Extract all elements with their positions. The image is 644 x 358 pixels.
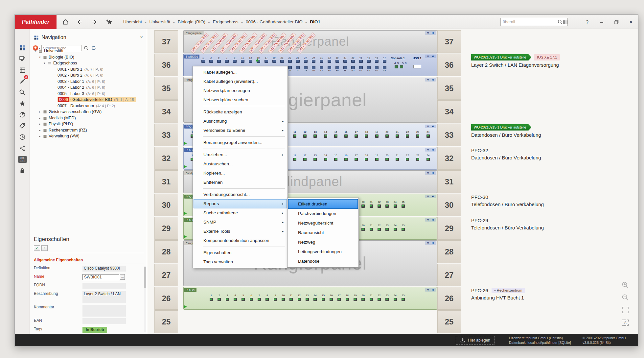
switch-port[interactable]: 42	[357, 66, 365, 72]
breadcrumb-item[interactable]: Biologie (BIO)	[170, 19, 205, 24]
switch-port[interactable]: 5	[215, 56, 223, 63]
patch-port[interactable]: 16	[343, 154, 349, 161]
toggle-labels-button[interactable]: A	[621, 318, 630, 327]
switch-port[interactable]: 37	[341, 56, 349, 63]
collapse-caret-icon[interactable]: ▸	[39, 122, 43, 126]
apply-button[interactable]: ✓	[34, 245, 40, 251]
minimize-button[interactable]	[596, 15, 607, 29]
patch-port[interactable]: 13	[312, 131, 318, 138]
patch-port[interactable]: 11	[288, 294, 294, 301]
tree-room-item[interactable]: 0006 - Gebäudeverteiler BIO (R: 1 | A: 1…	[30, 97, 147, 103]
drop-zone[interactable]: Hier ablegen	[456, 336, 494, 345]
statistics-button[interactable]	[15, 110, 30, 119]
submenu-item[interactable]: Raumansicht	[288, 228, 358, 237]
patch-port[interactable]: 1	[208, 294, 215, 301]
switch-port[interactable]: 48	[380, 66, 388, 72]
switch-port[interactable]: 32	[317, 66, 325, 72]
submenu-item[interactable]: Netzwegübersicht	[288, 218, 358, 228]
switch-port[interactable]: 35	[333, 56, 341, 63]
context-menu-item[interactable]: Tags verwalten	[194, 257, 287, 267]
submenu-item[interactable]: Netzweg	[288, 237, 358, 247]
context-menu-item[interactable]: Verbindungsübersicht...	[194, 190, 287, 199]
patch-port[interactable]: 23	[414, 131, 421, 138]
patch-port[interactable]: 15	[333, 154, 339, 161]
patch-port[interactable]: 16	[343, 131, 349, 138]
tree-item-erdgeschoss[interactable]: ▾ Erdgeschoss	[30, 60, 147, 66]
patch-port[interactable]: 22	[376, 201, 382, 208]
context-menu-item[interactable]: Ausrichtung ▸	[194, 117, 287, 126]
breadcrumb-item[interactable]: BIO1	[303, 19, 320, 24]
tree-item-university[interactable]: ▾ Universität	[30, 48, 147, 54]
patch-port[interactable]: 13	[312, 154, 318, 161]
app-logo[interactable]: Pathfinder	[15, 15, 57, 29]
patch-port[interactable]: 12	[302, 131, 308, 138]
context-menu-item[interactable]: Verschiebe zu Ebene ▸	[194, 126, 287, 135]
patch-port[interactable]: 15	[333, 131, 339, 138]
patch-port[interactable]: 19	[374, 131, 380, 138]
switch-port[interactable]: 47	[380, 56, 388, 63]
workorder-badge[interactable]: WO-20210915-1 Drucker aufstelle	[471, 54, 531, 60]
zoom-out-button[interactable]	[621, 293, 630, 302]
patch-port[interactable]: 24	[425, 154, 431, 161]
patch-port[interactable]: 21	[394, 154, 401, 161]
patch-port[interactable]: 21	[394, 131, 401, 138]
usb-port-icon[interactable]	[413, 65, 421, 68]
patch-port[interactable]: 18	[363, 131, 370, 138]
patch-port[interactable]: 2	[216, 294, 222, 301]
patch-port[interactable]: 12	[302, 154, 308, 161]
back-button[interactable]	[74, 15, 86, 29]
patch-port[interactable]: 4	[232, 294, 239, 301]
property-value[interactable]: Layer 2 Switch / LAN	[82, 291, 126, 303]
patch-port[interactable]: 24	[392, 201, 399, 208]
breadcrumb-item[interactable]: 0006 - Gebäudeverteiler BIO	[239, 19, 303, 24]
view-toggle[interactable]: VH	[425, 78, 436, 82]
switch-port[interactable]: 36	[333, 66, 341, 72]
patch-port[interactable]: 22	[404, 154, 411, 161]
topology-button[interactable]	[15, 144, 30, 153]
switch-port[interactable]: 27	[302, 56, 310, 63]
history-button[interactable]	[15, 132, 30, 142]
switch-port[interactable]: 29	[310, 56, 317, 63]
context-menu-item[interactable]: Netzwerkplan erzeugen	[194, 86, 287, 95]
view-toggle[interactable]: VH	[425, 195, 436, 198]
switch-port[interactable]: 17	[262, 56, 270, 63]
context-menu-item[interactable]	[194, 187, 287, 190]
patch-port[interactable]: 13	[304, 294, 310, 301]
patch-port[interactable]: 11	[291, 154, 298, 161]
tree-room-item[interactable]: 0005 - Labor 3 (A: 6 | P: 6)	[30, 91, 147, 97]
uplink-port-icon[interactable]	[395, 65, 398, 68]
properties-scrollbar[interactable]	[144, 266, 146, 332]
patch-port[interactable]: 20	[360, 201, 366, 208]
switch-port[interactable]: 44	[365, 66, 373, 72]
tree-room-item[interactable]: 0003 - Labor 1 (A: 6 | P: 6)	[30, 79, 147, 85]
switch-port[interactable]: 43	[365, 56, 373, 63]
patch-port[interactable]: 25	[400, 224, 406, 231]
patch-port[interactable]: 17	[336, 294, 342, 301]
patch-port[interactable]: 21	[368, 224, 375, 231]
property-value[interactable]	[82, 318, 126, 324]
discard-button[interactable]: ×	[41, 245, 48, 251]
context-menu-item[interactable]	[194, 245, 287, 248]
view-toggle[interactable]: VH	[425, 125, 436, 128]
patch-port[interactable]: 19	[374, 154, 380, 161]
switch-port[interactable]: 3	[207, 56, 215, 63]
workorder-badge[interactable]: WO-20210915-1 Drucker aufstelle	[471, 124, 531, 131]
switch-port[interactable]: 41	[357, 56, 365, 63]
patch-port[interactable]: 3	[224, 294, 231, 301]
barcode-scan-icon[interactable]	[563, 19, 568, 25]
patch-port[interactable]: 14	[322, 154, 329, 161]
patch-port[interactable]: 14	[322, 131, 329, 138]
search-icon[interactable]	[558, 19, 563, 25]
context-menu-item[interactable]: Rückseite anzeigen	[194, 107, 287, 117]
context-menu-item[interactable]: Benamungsregel anwenden...	[194, 138, 287, 147]
context-menu-item[interactable]: Externe Tools ▸	[194, 227, 287, 236]
context-menu-item[interactable]: SNMP ▸	[194, 218, 287, 227]
breadcrumb-item[interactable]: Übersicht	[123, 19, 142, 24]
property-value[interactable]: Cisco Catalyst 9300l	[82, 266, 126, 272]
patch-port[interactable]: 8	[264, 294, 270, 301]
maximize-button[interactable]	[611, 15, 622, 29]
tags-button[interactable]	[15, 121, 30, 131]
edit-tasks-button[interactable]: 3	[15, 77, 30, 86]
switch-port[interactable]: 33	[325, 56, 333, 63]
patch-port[interactable]: 5	[240, 294, 246, 301]
